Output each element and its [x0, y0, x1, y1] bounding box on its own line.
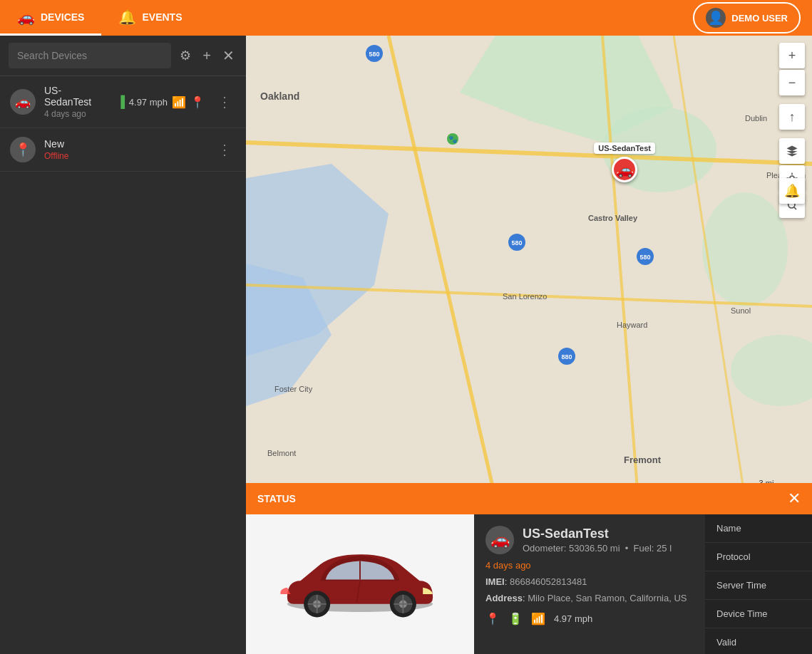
imei-label: IMEI: [485, 576, 505, 587]
svg-text:Foster City: Foster City: [274, 385, 313, 393]
device-info: US-SedanTest 4 days ago: [44, 85, 108, 119]
prop-protocol[interactable]: Protocol: [705, 543, 812, 571]
address-label: Address: [485, 593, 523, 603]
imei-row: IMEI: 866846052813481: [485, 576, 694, 587]
address-value: Milo Place, San Ramon, California, US: [528, 593, 687, 603]
add-device-button[interactable]: +: [200, 45, 214, 67]
device-icon-circle: 🚗: [10, 89, 36, 115]
status-close-button[interactable]: ✕: [788, 489, 801, 508]
fuel-value: Fuel: 25 l: [634, 543, 672, 554]
device-detail-icon: 🚗: [485, 526, 514, 554]
zoom-out-button[interactable]: −: [779, 70, 805, 95]
device-info-section: 🚗 US-SedanTest Odometer: 53036.50 mi • F…: [474, 514, 705, 654]
nav-devices[interactable]: 🚗 DEVICES: [0, 0, 101, 36]
svg-text:580: 580: [511, 239, 522, 246]
device-name-new: New: [44, 138, 205, 150]
gps-stat: 📍: [485, 612, 500, 626]
svg-text:580: 580: [639, 254, 650, 261]
device-status-new: Offline: [44, 151, 205, 161]
svg-text:Dublin: Dublin: [745, 114, 767, 123]
device-icon-circle-new: 📍: [10, 137, 36, 162]
svg-text:880: 880: [561, 353, 572, 360]
address-row: Address: Milo Place, San Ramon, Californ…: [485, 593, 694, 603]
battery-icon: ▐: [116, 95, 124, 108]
device-stats: 📍 🔋 📶 4.97 mph: [485, 612, 694, 626]
device-info-new: New Offline: [44, 138, 205, 161]
compass-button[interactable]: ↑: [779, 104, 805, 130]
svg-text:San Lorenzo: San Lorenzo: [503, 292, 547, 301]
top-nav: 🚗 DEVICES 🔔 EVENTS 👤 DEMO USER: [0, 0, 812, 36]
user-avatar: 👤: [706, 8, 726, 28]
nav-events-label: EVENTS: [142, 11, 182, 23]
properties-panel: Name Protocol Server Time Device Time Va…: [705, 514, 812, 654]
svg-text:Hayward: Hayward: [617, 321, 647, 329]
odometer-value: Odometer: 53036.50 mi: [523, 543, 620, 554]
prop-server-time[interactable]: Server Time: [705, 571, 812, 600]
status-body: 🚗 US-SedanTest Odometer: 53036.50 mi • F…: [246, 514, 812, 654]
gps-icon: 📍: [190, 95, 205, 109]
device-detail-odometer: Odometer: 53036.50 mi • Fuel: 25 l: [523, 543, 672, 554]
nav-devices-label: DEVICES: [41, 11, 84, 23]
speed-stat: 4.97 mph: [554, 613, 592, 624]
device-item-new[interactable]: 📍 New Offline ⋮: [0, 128, 246, 172]
prop-device-time[interactable]: Device Time: [705, 600, 812, 628]
device-list: 🚗 US-SedanTest 4 days ago ▐ 4.97 mph 📶 📍…: [0, 76, 246, 654]
prop-name[interactable]: Name: [705, 514, 812, 543]
svg-point-5: [702, 192, 788, 306]
status-tab-button[interactable]: STATUS: [257, 493, 296, 504]
device-item-us-sedan[interactable]: 🚗 US-SedanTest 4 days ago ▐ 4.97 mph 📶 📍…: [0, 76, 246, 128]
search-bar: ⚙ + ✕: [0, 36, 246, 76]
imei-value: 866846052813481: [510, 576, 587, 587]
status-header: STATUS ✕: [246, 483, 812, 514]
device-name: US-SedanTest: [44, 85, 108, 108]
wifi-stat: 📶: [531, 612, 545, 626]
more-menu-button[interactable]: ⋮: [213, 92, 236, 112]
prop-valid[interactable]: Valid: [705, 628, 812, 654]
svg-text:580: 580: [369, 51, 379, 58]
gps-stat-icon: 📍: [485, 612, 500, 626]
zoom-in-button[interactable]: +: [779, 43, 805, 68]
svg-text:Belmont: Belmont: [267, 449, 296, 457]
more-menu-button-new[interactable]: ⋮: [213, 140, 236, 160]
device-detail-name-block: US-SedanTest Odometer: 53036.50 mi • Fue…: [523, 526, 672, 554]
vehicle-icon: 🚗: [612, 157, 637, 182]
map-area: 580 580 580 880 Oakland Castro Valley Sa…: [246, 36, 812, 499]
device-detail-header: 🚗 US-SedanTest Odometer: 53036.50 mi • F…: [485, 526, 694, 554]
car-image: [267, 538, 453, 630]
device-last-time: 4 days ago: [44, 109, 108, 119]
sidebar: ⚙ + ✕ 🚗 US-SedanTest 4 days ago ▐ 4.97 m…: [0, 36, 246, 654]
device-status-icons: ▐ 4.97 mph 📶 📍: [116, 95, 205, 109]
battery-stat: 🔋: [508, 612, 523, 626]
search-input[interactable]: [9, 43, 171, 68]
device-detail-name: US-SedanTest: [523, 526, 672, 541]
car-image-section: [246, 514, 474, 654]
bell-icon: 🔔: [118, 9, 136, 26]
vehicle-marker[interactable]: US-SedanTest 🚗: [594, 142, 655, 182]
svg-line-38: [794, 207, 796, 209]
user-button[interactable]: 👤 DEMO USER: [693, 2, 801, 33]
clear-search-button[interactable]: ✕: [220, 44, 237, 67]
status-panel: STATUS ✕: [246, 483, 812, 654]
nav-events[interactable]: 🔔 EVENTS: [101, 0, 199, 36]
svg-text:Fremont: Fremont: [624, 455, 662, 465]
car-icon: 🚗: [17, 9, 35, 26]
svg-text:Oakland: Oakland: [260, 90, 299, 102]
last-update-time: 4 days ago: [485, 560, 694, 571]
svg-text:🐾: 🐾: [448, 135, 458, 144]
svg-text:Sunol: Sunol: [731, 306, 751, 315]
battery-stat-icon: 🔋: [508, 612, 523, 626]
filter-button[interactable]: ⚙: [177, 45, 194, 66]
wifi-icon: 📶: [172, 95, 186, 109]
map-background: 580 580 580 880 Oakland Castro Valley Sa…: [246, 36, 812, 499]
device-speed: 4.97 mph: [129, 97, 168, 108]
notification-button[interactable]: 🔔: [779, 178, 805, 204]
svg-text:Castro Valley: Castro Valley: [588, 214, 638, 222]
vehicle-label: US-SedanTest: [594, 142, 655, 154]
user-label: DEMO USER: [731, 13, 788, 24]
wifi-stat-icon: 📶: [531, 612, 545, 626]
layers-button[interactable]: [779, 138, 805, 164]
speed-stat-value: 4.97 mph: [554, 613, 592, 624]
